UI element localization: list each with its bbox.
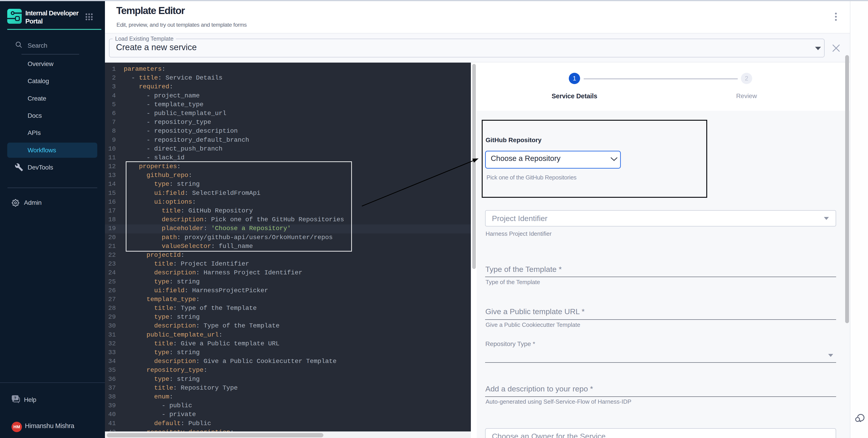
svg-text:?: ? — [14, 396, 16, 400]
